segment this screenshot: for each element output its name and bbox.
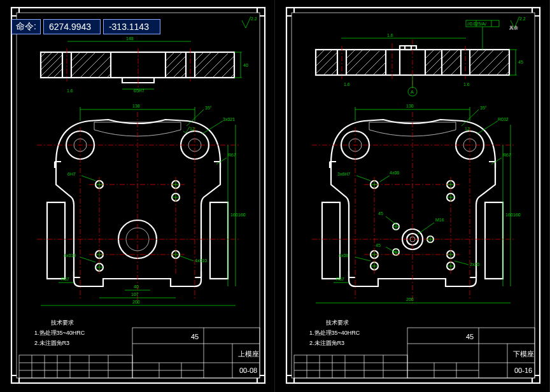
dim-d1: 4x010 — [64, 253, 76, 258]
svg-line-127 — [346, 50, 370, 74]
dim-top-w: 148 — [126, 36, 134, 41]
svg-line-143 — [470, 50, 486, 66]
notes-head-r: 技术要求 — [325, 319, 349, 326]
tb-partname: 上模座 — [238, 350, 259, 358]
svg-line-222 — [418, 223, 434, 234]
note-qita: 其余 — [509, 25, 518, 31]
svg-line-28 — [195, 52, 219, 76]
dim-hr: 160 — [513, 213, 521, 217]
tech-notes: 技术要求 1.热处理35~40HRC 2.未注圆角R3 — [34, 319, 85, 346]
svg-line-14 — [47, 62, 62, 78]
svg-rect-2 — [41, 52, 234, 78]
svg-line-219 — [356, 176, 370, 181]
svg-line-136 — [425, 50, 434, 59]
note1-r: 1.热处理35~40HRC — [309, 330, 360, 336]
plan-view: 138 35° 3x021 12 200 107 40 R87 160 — [37, 104, 246, 305]
cmd-label: 命令: — [11, 19, 41, 34]
drawing-sheets: 40 2.2 1.6 148 65H7 — [0, 0, 550, 392]
notes-head: 技术要求 — [50, 319, 74, 326]
svg-line-223 — [386, 216, 397, 225]
svg-line-144 — [470, 50, 479, 59]
dim-ang: 35° — [205, 106, 212, 110]
svg-line-130 — [355, 51, 379, 75]
dim-d2: 4x010 — [195, 258, 207, 263]
svg-line-140 — [442, 50, 451, 59]
dim-hole: 3x021 — [223, 117, 235, 122]
svg-text:12: 12 — [465, 127, 470, 131]
svg-rect-44 — [210, 202, 228, 279]
svg-line-141 — [451, 65, 461, 75]
sf-top: 2.2 — [251, 17, 257, 21]
sheet-lower-die-base: 45 //0.025/A/ 2.2 其余 A 1.6 1.6 1.6 — [275, 0, 550, 392]
tech-notes: 技术要求 1.热处理35~40HRC 2.未注圆角R3 — [309, 319, 360, 346]
dim-r032: R032 — [498, 117, 509, 122]
sf-right: 2.2 — [519, 17, 526, 21]
sheet-upper-die-base: 40 2.2 1.6 148 65H7 — [0, 0, 275, 392]
note1: 1.热处理35~40HRC — [34, 330, 85, 336]
svg-line-138 — [442, 55, 461, 74]
dim-107: 107 — [131, 292, 139, 297]
svg-text:45: 45 — [518, 60, 523, 64]
svg-line-32 — [213, 56, 234, 78]
svg-line-221 — [455, 261, 469, 265]
svg-line-20 — [89, 56, 111, 78]
svg-line-13 — [41, 52, 46, 57]
dim-200r: 200 — [406, 297, 414, 302]
svg-line-30 — [195, 52, 204, 61]
dim-h2: 160 — [230, 213, 238, 217]
svg-rect-0 — [11, 8, 265, 383]
tb-partcode: 00-08 — [239, 367, 257, 374]
svg-line-18 — [71, 52, 80, 61]
svg-line-89 — [81, 176, 95, 181]
dim-r67: R67 — [228, 153, 236, 157]
tb-material: 45 — [191, 333, 199, 340]
svg-line-124 — [316, 50, 325, 59]
dim-plan-w: 138 — [132, 104, 140, 108]
svg-line-146 — [488, 53, 509, 75]
svg-line-27 — [181, 73, 186, 78]
svg-line-231 — [379, 176, 390, 182]
svg-line-25 — [166, 52, 174, 61]
tb-partcode-r: 00-16 — [514, 367, 532, 374]
dim-35: 35° — [480, 106, 487, 110]
note2: 2.未注圆角R3 — [34, 340, 69, 346]
svg-line-145 — [479, 51, 503, 75]
tb-material-r: 45 — [466, 333, 474, 340]
svg-line-24 — [166, 52, 182, 69]
dim-4x: 6H7 — [67, 172, 76, 176]
coord-y-input[interactable] — [103, 19, 160, 34]
dim-200: 200 — [132, 300, 140, 304]
sf-b: 1.6 — [463, 82, 470, 87]
svg-line-126 — [331, 69, 337, 75]
svg-line-224 — [386, 247, 397, 253]
note2-r: 2.未注圆角R3 — [309, 340, 344, 346]
svg-line-125 — [323, 61, 337, 75]
dim-45: 45 — [378, 211, 383, 216]
svg-rect-110 — [286, 8, 540, 383]
svg-line-16 — [71, 52, 95, 76]
svg-rect-166 — [485, 202, 503, 279]
svg-line-134 — [425, 57, 442, 74]
svg-line-81 — [187, 109, 204, 126]
svg-line-17 — [71, 52, 88, 69]
svg-rect-117 — [405, 46, 411, 50]
left-drawing: 40 2.2 1.6 148 65H7 — [0, 0, 275, 392]
svg-line-135 — [425, 51, 441, 66]
dim-m16: M16 — [435, 218, 444, 222]
svg-line-131 — [364, 53, 386, 75]
section-view: 45 //0.025/A/ 2.2 其余 A 1.6 1.6 1.6 — [316, 17, 526, 96]
svg-line-129 — [346, 50, 355, 59]
svg-line-12 — [41, 52, 52, 64]
coord-x-input[interactable] — [43, 19, 101, 34]
command-bar: 命令: — [11, 19, 160, 34]
svg-line-220 — [355, 257, 370, 261]
dim-2x20: 2x20 — [470, 262, 479, 267]
svg-rect-43 — [47, 202, 65, 279]
sf-1: 12 — [190, 127, 195, 131]
svg-text:1.6: 1.6 — [387, 33, 393, 38]
dim-4x08b: 4x08 — [390, 171, 399, 175]
svg-line-216 — [462, 109, 479, 126]
datum-a: A — [411, 90, 414, 94]
svg-line-31 — [204, 53, 228, 78]
dim-r87: R87 — [61, 277, 69, 281]
